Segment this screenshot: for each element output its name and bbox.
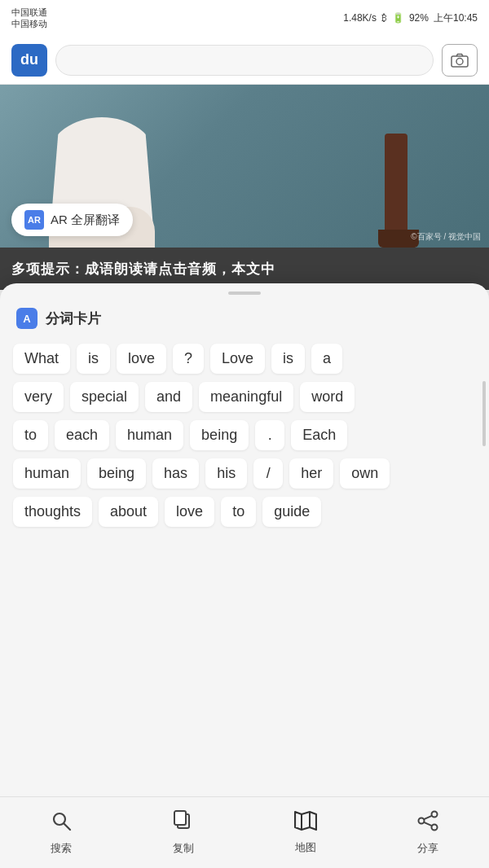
ar-translate-button[interactable]: AR AR 全屏翻译 <box>11 204 133 236</box>
word-card[interactable]: ? <box>173 344 204 374</box>
bluetooth-icon: ₿ <box>381 12 387 24</box>
svg-rect-5 <box>174 811 186 825</box>
word-card[interactable]: is <box>77 344 110 374</box>
word-card[interactable]: own <box>340 458 390 489</box>
nav-item-copy[interactable]: 复制 <box>122 809 244 856</box>
word-card[interactable]: What <box>13 344 70 374</box>
word-row: What is love ? Love is a <box>13 344 476 374</box>
search-nav-label: 搜索 <box>51 841 72 856</box>
time-display: 上午10:45 <box>434 11 478 25</box>
nav-item-map[interactable]: 地图 <box>244 810 367 855</box>
word-card[interactable]: Love <box>210 344 265 374</box>
word-card[interactable]: her <box>289 458 333 489</box>
word-cards-area: What is love ? Love is a very special an… <box>0 340 489 796</box>
search-nav-icon <box>50 809 73 838</box>
word-card[interactable]: love <box>117 344 166 374</box>
word-card[interactable]: thoughts <box>13 497 92 527</box>
word-card[interactable]: his <box>205 458 247 489</box>
map-nav-icon <box>294 810 317 837</box>
sheet-handle <box>228 292 261 295</box>
word-card[interactable]: is <box>271 344 305 374</box>
ar-icon: AR <box>24 210 44 230</box>
battery-icon: 🔋 <box>392 12 404 24</box>
section-title-area: A 分词卡片 <box>0 300 489 340</box>
word-card[interactable]: being <box>87 458 146 489</box>
camera-button[interactable] <box>442 44 478 77</box>
word-card[interactable]: word <box>300 382 355 412</box>
word-card[interactable]: about <box>99 497 158 527</box>
word-card[interactable]: being <box>190 420 249 450</box>
word-card[interactable]: has <box>152 458 199 489</box>
svg-line-12 <box>424 816 432 819</box>
share-nav-icon <box>416 809 439 838</box>
carrier-info: 中国联通 中国移动 <box>11 7 47 30</box>
word-card[interactable]: human <box>116 420 183 450</box>
nav-item-search[interactable]: 搜索 <box>0 809 122 856</box>
word-card[interactable]: a <box>311 344 342 374</box>
word-card[interactable]: each <box>55 420 109 450</box>
status-bar: 中国联通 中国移动 1.48K/s ₿ 🔋 92% 上午10:45 <box>0 0 489 36</box>
map-nav-label: 地图 <box>295 840 316 855</box>
word-card[interactable]: / <box>253 458 283 489</box>
word-row: human being has his / her own <box>13 458 476 489</box>
word-row: very special and meaningful word <box>13 382 476 412</box>
word-card[interactable]: very <box>13 382 64 412</box>
word-row: thoughts about love to guide <box>13 497 476 527</box>
share-nav-label: 分享 <box>417 841 438 856</box>
bottom-sheet: A 分词卡片 What is love ? Love is a very spe… <box>0 283 489 868</box>
svg-point-10 <box>419 818 425 824</box>
search-input[interactable] <box>55 45 434 76</box>
word-card[interactable]: meaningful <box>199 382 293 412</box>
word-card[interactable]: special <box>70 382 139 412</box>
svg-line-3 <box>64 824 71 831</box>
svg-marker-6 <box>295 812 316 830</box>
svg-point-9 <box>432 812 438 818</box>
figure-right <box>385 134 408 248</box>
svg-point-1 <box>456 58 463 64</box>
word-card[interactable]: guide <box>262 497 321 527</box>
scroll-indicator <box>482 381 486 446</box>
speed-indicator: 1.48K/s <box>343 12 377 24</box>
word-card[interactable]: to <box>13 420 48 450</box>
word-card[interactable]: . <box>255 420 284 450</box>
bottom-nav: 搜索 复制 地图 <box>0 796 489 868</box>
section-title-text: 分词卡片 <box>46 309 101 328</box>
svg-point-11 <box>432 825 438 831</box>
copy-nav-label: 复制 <box>173 841 194 856</box>
word-row: to each human being . Each <box>13 420 476 450</box>
camera-icon <box>451 53 469 68</box>
word-card[interactable]: human <box>13 458 81 489</box>
search-bar: du <box>0 36 489 85</box>
word-card[interactable]: to <box>221 497 256 527</box>
baidu-logo: du <box>11 44 47 77</box>
copy-nav-icon <box>173 809 194 838</box>
status-right: 1.48K/s ₿ 🔋 92% 上午10:45 <box>343 11 478 25</box>
image-credit: ©百家号 / 视觉中国 <box>411 231 481 243</box>
word-card[interactable]: Each <box>291 420 347 450</box>
battery-level: 92% <box>409 12 429 24</box>
word-card[interactable]: love <box>165 497 214 527</box>
svg-line-13 <box>424 822 432 826</box>
word-card[interactable]: and <box>145 382 192 412</box>
section-icon: A <box>16 308 37 329</box>
nav-item-share[interactable]: 分享 <box>367 809 489 856</box>
